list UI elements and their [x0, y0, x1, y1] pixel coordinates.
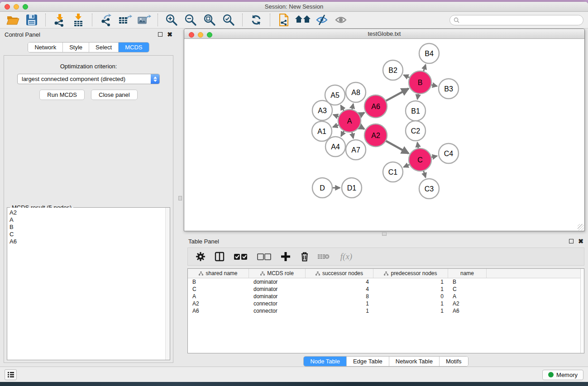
graph-node-A2[interactable]: A2: [364, 124, 387, 147]
column-header-predecessor-nodes[interactable]: predecessor nodes: [373, 269, 448, 278]
mcds-result-item[interactable]: A2: [10, 209, 170, 216]
close-panel-icon[interactable]: ✖: [578, 239, 583, 243]
right-area: testGlobe.txt AA1A2A3A4A5A6A7A8BB1B2B3B4…: [184, 29, 588, 367]
minimize-window-button[interactable]: [14, 4, 19, 10]
criterion-dropdown[interactable]: largest connected component (directed): [17, 74, 160, 84]
table-row[interactable]: Cdominator41C: [188, 286, 584, 293]
deselect-all-button[interactable]: [256, 250, 273, 263]
optimization-criterion-label: Optimization criterion:: [4, 63, 173, 70]
tab-node-table[interactable]: Node Table: [304, 357, 347, 366]
graph-node-A8[interactable]: A8: [346, 82, 366, 102]
memory-button[interactable]: Memory: [542, 370, 583, 380]
zoom-out-button[interactable]: [182, 13, 199, 27]
float-panel-icon[interactable]: [569, 239, 574, 243]
graph-node-C3[interactable]: C3: [419, 179, 439, 199]
tab-network[interactable]: Network: [28, 43, 63, 52]
tab-edge-table[interactable]: Edge Table: [347, 357, 389, 366]
graph-node-B1[interactable]: B1: [406, 101, 425, 121]
network-canvas[interactable]: AA1A2A3A4A5A6A7A8BB1B2B3B4CC1C2C3C4DD1: [184, 39, 584, 231]
splitter-grip[interactable]: [178, 196, 182, 200]
float-panel-icon[interactable]: [158, 32, 163, 37]
delete-table-button[interactable]: [317, 250, 330, 263]
column-header-shared-name[interactable]: shared name: [188, 269, 249, 278]
graph-node-C1[interactable]: C1: [383, 162, 403, 182]
network-minimize-button[interactable]: [198, 32, 203, 38]
graph-node-A7[interactable]: A7: [346, 140, 366, 160]
duplicate-network-button[interactable]: [276, 13, 292, 27]
table-settings-button[interactable]: [194, 250, 207, 263]
open-file-button[interactable]: [5, 13, 21, 27]
table-row[interactable]: Bdominator41B: [188, 278, 584, 286]
tab-network-table[interactable]: Network Table: [389, 357, 440, 366]
graph-node-D1[interactable]: D1: [342, 178, 362, 198]
save-session-button[interactable]: [24, 13, 40, 27]
control-panel-title: Control Panel: [5, 31, 40, 38]
hide-graphics-button[interactable]: [314, 13, 330, 27]
table-scrollbar[interactable]: [580, 269, 584, 353]
graph-node-B3[interactable]: B3: [439, 79, 459, 99]
graph-node-A6[interactable]: A6: [364, 95, 387, 118]
add-column-button[interactable]: [279, 250, 292, 263]
zoom-selected-button[interactable]: [220, 13, 237, 27]
mcds-result-item[interactable]: A6: [10, 238, 170, 245]
delete-column-button[interactable]: [298, 250, 311, 263]
table-row[interactable]: A2connector11A2: [188, 300, 584, 307]
network-zoom-button[interactable]: [207, 32, 212, 38]
close-window-button[interactable]: [5, 4, 10, 10]
graph-node-A1[interactable]: A1: [312, 121, 332, 141]
zoom-fit-button[interactable]: [201, 13, 218, 27]
tab-motifs[interactable]: Motifs: [440, 357, 468, 366]
window-resize-grip[interactable]: [578, 224, 584, 230]
close-panel-icon[interactable]: ✖: [167, 32, 172, 37]
network-window-titlebar[interactable]: testGlobe.txt: [184, 29, 584, 39]
node-table[interactable]: shared nameMCDS rolesuccessor nodesprede…: [187, 268, 584, 353]
column-header-successor-nodes[interactable]: successor nodes: [306, 269, 373, 278]
show-columns-button[interactable]: [213, 250, 226, 263]
refresh-button[interactable]: [248, 13, 264, 27]
mcds-result-item[interactable]: A: [10, 216, 170, 224]
select-all-button[interactable]: [232, 250, 249, 263]
mcds-result-item[interactable]: C: [10, 231, 170, 238]
graph-node-A[interactable]: A: [338, 110, 361, 132]
import-table-button[interactable]: [70, 13, 86, 27]
search-field[interactable]: [449, 15, 583, 25]
zoom-window-button[interactable]: [23, 4, 28, 10]
close-panel-button[interactable]: Close panel: [91, 90, 138, 100]
graph-node-B4[interactable]: B4: [419, 43, 439, 63]
search-input[interactable]: [462, 17, 579, 23]
graph-node-B2[interactable]: B2: [383, 60, 403, 80]
show-graphics-button[interactable]: [333, 13, 349, 27]
export-image-button[interactable]: [136, 13, 152, 27]
home-button[interactable]: [295, 13, 311, 27]
graph-node-C[interactable]: C: [409, 148, 431, 171]
zoom-in-button[interactable]: [163, 13, 180, 27]
table-row[interactable]: A6connector11A6: [188, 307, 584, 315]
run-mcds-button[interactable]: Run MCDS: [39, 90, 85, 100]
tab-style[interactable]: Style: [63, 43, 89, 52]
function-builder-button[interactable]: f(x): [336, 250, 356, 263]
graph-node-C2[interactable]: C2: [406, 121, 425, 141]
export-network-button[interactable]: [98, 13, 114, 27]
network-close-button[interactable]: [189, 32, 194, 38]
column-header-MCDS-role[interactable]: MCDS role: [249, 269, 306, 278]
tab-select[interactable]: Select: [89, 43, 119, 52]
horizontal-splitter[interactable]: [184, 231, 588, 236]
import-network-button[interactable]: [51, 13, 67, 27]
graph-node-A4[interactable]: A4: [325, 137, 345, 157]
vertical-splitter[interactable]: [177, 29, 184, 367]
graph-node-C4[interactable]: C4: [439, 143, 459, 163]
column-type-icon: [199, 272, 203, 276]
task-history-button[interactable]: [5, 369, 17, 380]
graph-node-B[interactable]: B: [409, 71, 431, 94]
table-row[interactable]: Adominator80A: [188, 293, 584, 300]
mcds-list-scrollbar[interactable]: [165, 208, 170, 360]
graph-node-D[interactable]: D: [312, 178, 332, 198]
export-table-button[interactable]: [117, 13, 133, 27]
mcds-result-item[interactable]: B: [10, 224, 170, 231]
column-header-name[interactable]: name: [448, 269, 487, 278]
mcds-result-list[interactable]: A2ABCA6: [7, 208, 170, 360]
graph-edge-A-A3: [333, 114, 339, 117]
tab-mcds[interactable]: MCDS: [119, 43, 148, 52]
graph-node-A5[interactable]: A5: [325, 85, 345, 105]
splitter-grip[interactable]: [382, 232, 387, 236]
